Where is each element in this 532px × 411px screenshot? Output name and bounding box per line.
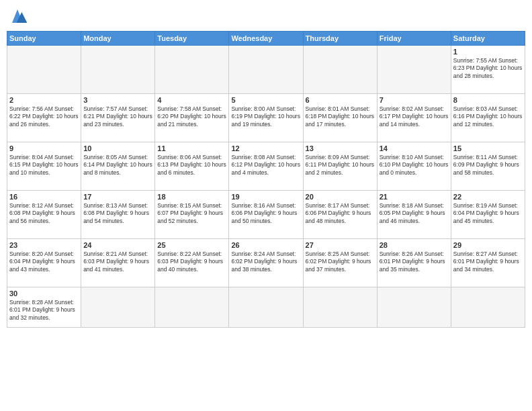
- day-number: 11: [157, 144, 226, 152]
- calendar-cell: 18Sunrise: 8:15 AM Sunset: 6:07 PM Dayli…: [155, 191, 229, 239]
- calendar-cell: 3Sunrise: 7:57 AM Sunset: 6:21 PM Daylig…: [81, 94, 155, 142]
- day-info: Sunrise: 8:01 AM Sunset: 6:18 PM Dayligh…: [306, 105, 375, 128]
- calendar-cell: 30Sunrise: 8:28 AM Sunset: 6:01 PM Dayli…: [7, 287, 81, 328]
- calendar-cell: 15Sunrise: 8:11 AM Sunset: 6:09 PM Dayli…: [451, 142, 525, 191]
- calendar-week-row: 30Sunrise: 8:28 AM Sunset: 6:01 PM Dayli…: [7, 287, 525, 328]
- day-number: 10: [83, 144, 152, 152]
- calendar-cell: [81, 46, 155, 94]
- day-info: Sunrise: 8:28 AM Sunset: 6:01 PM Dayligh…: [9, 299, 79, 322]
- day-info: Sunrise: 8:11 AM Sunset: 6:09 PM Dayligh…: [453, 154, 523, 177]
- calendar-cell: 14Sunrise: 8:10 AM Sunset: 6:10 PM Dayli…: [377, 142, 451, 191]
- calendar-cell: [229, 287, 303, 328]
- day-number: 5: [231, 96, 300, 104]
- day-number: 21: [380, 193, 449, 201]
- day-number: 13: [306, 144, 375, 152]
- day-number: 9: [9, 144, 79, 152]
- weekday-header-monday: Monday: [81, 32, 155, 46]
- calendar-cell: 22Sunrise: 8:19 AM Sunset: 6:04 PM Dayli…: [451, 191, 525, 239]
- calendar-cell: [229, 46, 303, 94]
- day-number: 17: [83, 193, 152, 201]
- calendar-cell: 26Sunrise: 8:24 AM Sunset: 6:02 PM Dayli…: [229, 239, 303, 287]
- day-number: 16: [9, 193, 79, 201]
- calendar-cell: 29Sunrise: 8:27 AM Sunset: 6:01 PM Dayli…: [451, 239, 525, 287]
- day-info: Sunrise: 8:04 AM Sunset: 6:15 PM Dayligh…: [9, 154, 79, 177]
- calendar-cell: 7Sunrise: 8:02 AM Sunset: 6:17 PM Daylig…: [377, 94, 451, 142]
- logo: [7, 7, 31, 26]
- calendar-cell: 9Sunrise: 8:04 AM Sunset: 6:15 PM Daylig…: [7, 142, 81, 191]
- day-info: Sunrise: 7:58 AM Sunset: 6:20 PM Dayligh…: [157, 105, 226, 128]
- day-info: Sunrise: 7:55 AM Sunset: 6:23 PM Dayligh…: [453, 57, 523, 80]
- day-info: Sunrise: 8:16 AM Sunset: 6:06 PM Dayligh…: [231, 202, 300, 225]
- day-number: 20: [306, 193, 375, 201]
- calendar-week-row: 23Sunrise: 8:20 AM Sunset: 6:04 PM Dayli…: [7, 239, 525, 287]
- weekday-header-row: SundayMondayTuesdayWednesdayThursdayFrid…: [7, 32, 525, 46]
- calendar-week-row: 2Sunrise: 7:56 AM Sunset: 6:22 PM Daylig…: [7, 94, 525, 142]
- day-number: 28: [380, 241, 449, 249]
- day-number: 29: [453, 241, 523, 249]
- day-info: Sunrise: 8:13 AM Sunset: 6:08 PM Dayligh…: [83, 202, 152, 225]
- day-number: 3: [83, 96, 152, 104]
- calendar-cell: [377, 46, 451, 94]
- day-info: Sunrise: 8:18 AM Sunset: 6:05 PM Dayligh…: [380, 202, 449, 225]
- calendar-week-row: 1Sunrise: 7:55 AM Sunset: 6:23 PM Daylig…: [7, 46, 525, 94]
- day-number: 25: [157, 241, 226, 249]
- calendar-cell: 21Sunrise: 8:18 AM Sunset: 6:05 PM Dayli…: [377, 191, 451, 239]
- day-number: 1: [453, 48, 523, 56]
- calendar-cell: 11Sunrise: 8:06 AM Sunset: 6:13 PM Dayli…: [155, 142, 229, 191]
- day-info: Sunrise: 8:15 AM Sunset: 6:07 PM Dayligh…: [157, 202, 226, 225]
- day-info: Sunrise: 8:25 AM Sunset: 6:02 PM Dayligh…: [306, 250, 375, 273]
- weekday-header-friday: Friday: [377, 32, 451, 46]
- day-number: 4: [157, 96, 226, 104]
- day-number: 24: [83, 241, 152, 249]
- day-info: Sunrise: 8:22 AM Sunset: 6:03 PM Dayligh…: [157, 250, 226, 273]
- day-number: 14: [380, 144, 449, 152]
- calendar-cell: 6Sunrise: 8:01 AM Sunset: 6:18 PM Daylig…: [303, 94, 377, 142]
- calendar-cell: [155, 46, 229, 94]
- day-number: 27: [306, 241, 375, 249]
- calendar-cell: 24Sunrise: 8:21 AM Sunset: 6:03 PM Dayli…: [81, 239, 155, 287]
- day-info: Sunrise: 8:03 AM Sunset: 6:16 PM Dayligh…: [453, 105, 523, 128]
- calendar-cell: [303, 287, 377, 328]
- day-info: Sunrise: 8:08 AM Sunset: 6:12 PM Dayligh…: [231, 154, 300, 177]
- calendar-cell: 10Sunrise: 8:05 AM Sunset: 6:14 PM Dayli…: [81, 142, 155, 191]
- day-number: 22: [453, 193, 523, 201]
- day-number: 15: [453, 144, 523, 152]
- calendar-cell: 25Sunrise: 8:22 AM Sunset: 6:03 PM Dayli…: [155, 239, 229, 287]
- calendar-cell: [451, 287, 525, 328]
- calendar-cell: 27Sunrise: 8:25 AM Sunset: 6:02 PM Dayli…: [303, 239, 377, 287]
- calendar-week-row: 16Sunrise: 8:12 AM Sunset: 6:08 PM Dayli…: [7, 191, 525, 239]
- weekday-header-wednesday: Wednesday: [229, 32, 303, 46]
- day-info: Sunrise: 8:19 AM Sunset: 6:04 PM Dayligh…: [453, 202, 523, 225]
- calendar-cell: 17Sunrise: 8:13 AM Sunset: 6:08 PM Dayli…: [81, 191, 155, 239]
- day-info: Sunrise: 8:00 AM Sunset: 6:19 PM Dayligh…: [231, 105, 300, 128]
- day-info: Sunrise: 8:10 AM Sunset: 6:10 PM Dayligh…: [380, 154, 449, 177]
- calendar-cell: 19Sunrise: 8:16 AM Sunset: 6:06 PM Dayli…: [229, 191, 303, 239]
- weekday-header-thursday: Thursday: [303, 32, 377, 46]
- weekday-header-sunday: Sunday: [7, 32, 81, 46]
- calendar-cell: 23Sunrise: 8:20 AM Sunset: 6:04 PM Dayli…: [7, 239, 81, 287]
- calendar-cell: 4Sunrise: 7:58 AM Sunset: 6:20 PM Daylig…: [155, 94, 229, 142]
- day-info: Sunrise: 8:20 AM Sunset: 6:04 PM Dayligh…: [9, 250, 79, 273]
- calendar-cell: [303, 46, 377, 94]
- day-number: 2: [9, 96, 79, 104]
- day-number: 7: [380, 96, 449, 104]
- calendar-cell: 13Sunrise: 8:09 AM Sunset: 6:11 PM Dayli…: [303, 142, 377, 191]
- day-info: Sunrise: 8:02 AM Sunset: 6:17 PM Dayligh…: [380, 105, 449, 128]
- calendar-cell: 1Sunrise: 7:55 AM Sunset: 6:23 PM Daylig…: [451, 46, 525, 94]
- calendar-cell: 12Sunrise: 8:08 AM Sunset: 6:12 PM Dayli…: [229, 142, 303, 191]
- page: SundayMondayTuesdayWednesdayThursdayFrid…: [0, 0, 532, 411]
- calendar-cell: [7, 46, 81, 94]
- calendar: SundayMondayTuesdayWednesdayThursdayFrid…: [7, 31, 525, 328]
- calendar-cell: 2Sunrise: 7:56 AM Sunset: 6:22 PM Daylig…: [7, 94, 81, 142]
- calendar-cell: [155, 287, 229, 328]
- day-info: Sunrise: 8:05 AM Sunset: 6:14 PM Dayligh…: [83, 154, 152, 177]
- calendar-cell: 20Sunrise: 8:17 AM Sunset: 6:06 PM Dayli…: [303, 191, 377, 239]
- day-number: 12: [231, 144, 300, 152]
- calendar-cell: 5Sunrise: 8:00 AM Sunset: 6:19 PM Daylig…: [229, 94, 303, 142]
- day-number: 18: [157, 193, 226, 201]
- day-info: Sunrise: 8:24 AM Sunset: 6:02 PM Dayligh…: [231, 250, 300, 273]
- day-info: Sunrise: 8:17 AM Sunset: 6:06 PM Dayligh…: [306, 202, 375, 225]
- calendar-cell: 8Sunrise: 8:03 AM Sunset: 6:16 PM Daylig…: [451, 94, 525, 142]
- day-number: 6: [306, 96, 375, 104]
- calendar-cell: [81, 287, 155, 328]
